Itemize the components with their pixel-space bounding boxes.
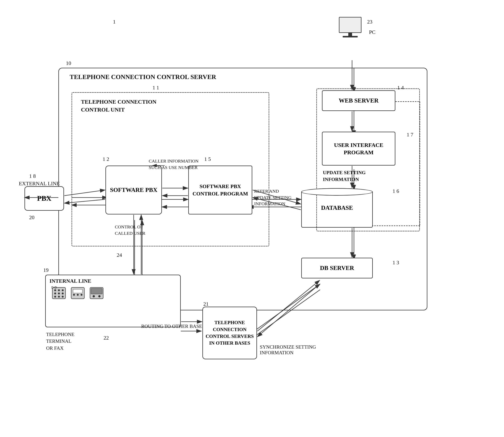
svg-point-38 xyxy=(93,295,95,298)
svg-point-24 xyxy=(62,289,64,291)
svg-point-41 xyxy=(55,287,56,288)
label-16: 1 6 xyxy=(392,188,399,194)
label-11: 1 1 xyxy=(153,85,159,91)
sw-pbx-control-box: SOFTWARE PBX CONTROL PROGRAM xyxy=(188,166,252,214)
external-line-label: EXTERNAL LINE xyxy=(19,181,60,187)
pbx-box: PBX xyxy=(24,186,64,211)
svg-point-30 xyxy=(62,296,64,298)
svg-point-23 xyxy=(58,289,60,291)
phone-icon-2 xyxy=(70,287,85,300)
svg-point-40 xyxy=(51,287,53,288)
web-server-box: WEB SERVER xyxy=(322,90,395,111)
svg-point-35 xyxy=(81,294,82,296)
control-called-label: CONTROL OF CALLED USER xyxy=(115,224,145,237)
pc-icon xyxy=(339,17,361,38)
label-23: 23 xyxy=(367,19,372,25)
internal-line-label: INTERNAL LINE xyxy=(50,278,91,284)
svg-point-33 xyxy=(73,294,75,296)
software-pbx-box: SOFTWARE PBX xyxy=(105,166,162,214)
label-13: 1 3 xyxy=(392,260,399,266)
svg-point-34 xyxy=(77,294,79,296)
outer-server-label: TELEPHONE CONNECTION CONTROL SERVER xyxy=(70,73,216,80)
label-10: 10 xyxy=(66,60,71,66)
db-server-box: DB SERVER xyxy=(301,258,373,278)
svg-rect-32 xyxy=(73,289,82,293)
pc-label: PC xyxy=(369,29,375,35)
label-18: 1 8 xyxy=(29,173,36,179)
label-14: 1 4 xyxy=(397,85,404,91)
svg-point-39 xyxy=(98,295,101,298)
internal-line-box: INTERNAL LINE xyxy=(45,275,181,327)
tccs-other-box: TELEPHONE CONNECTION CONTROL SERVERS IN … xyxy=(202,307,257,359)
svg-rect-37 xyxy=(91,288,102,294)
label-19: 19 xyxy=(43,267,49,273)
svg-point-25 xyxy=(54,293,56,294)
label-20: 20 xyxy=(29,214,34,220)
update-setting-label: UPDATE SETTING INFORMATION xyxy=(323,169,366,183)
refer-update-label: REFER AND UPDATE SETTING INFORMATION xyxy=(254,188,291,207)
svg-point-27 xyxy=(62,293,64,294)
label-24: 24 xyxy=(117,252,122,258)
routing-label: ROUTING TO OTHER BASE xyxy=(141,324,202,329)
svg-point-26 xyxy=(58,293,60,294)
monitor-neck xyxy=(348,33,352,36)
phone-icon-3 xyxy=(89,287,104,300)
ui-program-box: USER INTERFACE PROGRAM xyxy=(322,132,395,166)
diagram: 1 10 TELEPHONE CONNECTION CONTROL SERVER… xyxy=(0,0,504,437)
internal-line-dots xyxy=(51,286,57,289)
svg-point-29 xyxy=(58,296,60,298)
label-22: 22 xyxy=(103,335,109,341)
label-17: 1 7 xyxy=(407,132,413,138)
label-1: 1 xyxy=(113,19,116,25)
synchronize-label: SYNCHRONIZE SETTING INFORMATION xyxy=(260,344,316,356)
svg-point-28 xyxy=(54,296,56,298)
label-15: 1 5 xyxy=(204,156,211,162)
telephone-terminal-label: TELEPHONE TERMINAL OR FAX xyxy=(46,331,74,352)
caller-info-label: CALLER INFORMATION SUCH AS USE NUMBER xyxy=(149,158,199,171)
tccu-label: TELEPHONE CONNECTION CONTROL UNIT xyxy=(81,98,156,114)
label-21: 21 xyxy=(203,301,209,307)
monitor-base xyxy=(343,36,358,38)
monitor-screen xyxy=(339,17,361,33)
label-12: 1 2 xyxy=(103,156,109,162)
